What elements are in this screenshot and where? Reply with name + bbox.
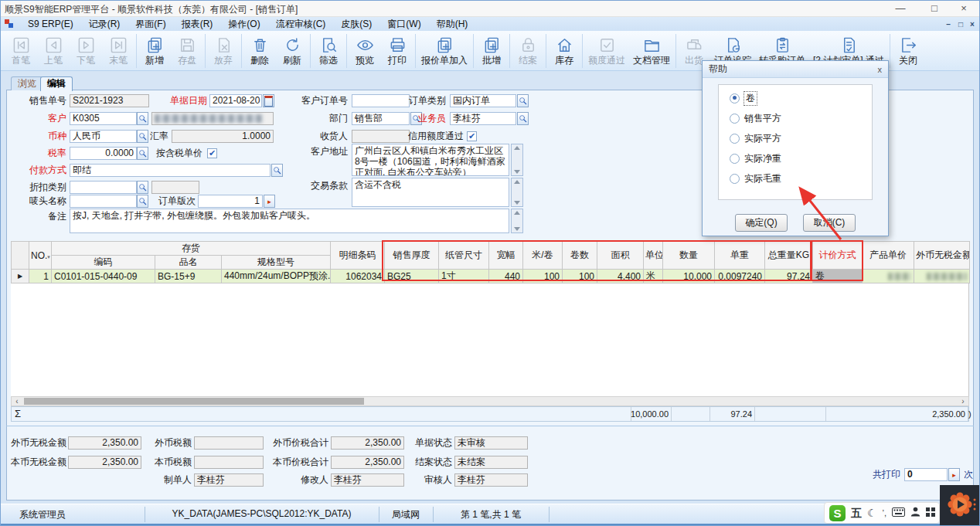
chevron-up-icon[interactable] xyxy=(514,180,520,184)
order-version-field[interactable]: 1 xyxy=(198,195,263,208)
col-header-code[interactable]: 编码 xyxy=(52,256,155,270)
mdi-restore-button[interactable]: □ xyxy=(955,19,966,29)
menu-record[interactable]: 记录(R) xyxy=(81,17,128,31)
mdi-minimize-button[interactable]: – xyxy=(943,19,954,29)
menu-interface[interactable]: 界面(F) xyxy=(128,17,173,31)
chevron-down-icon[interactable] xyxy=(514,170,520,174)
menu-skin[interactable]: 皮肤(S) xyxy=(333,17,379,31)
scroll-right-icon[interactable]: › xyxy=(958,397,968,406)
radio-icon[interactable] xyxy=(730,114,740,124)
chevron-down-icon[interactable] xyxy=(514,201,520,205)
cancel-button[interactable]: 取消(C) xyxy=(803,214,856,232)
calendar-icon[interactable] xyxy=(263,94,274,107)
tax-rate-field[interactable]: 0.0000 xyxy=(70,147,137,160)
credit-passed-checkbox[interactable]: ✔ xyxy=(467,131,477,141)
ime-mode-label[interactable]: 五 xyxy=(851,507,862,518)
remark-field[interactable]: 按J, 天地盒, 打井字带, 外包缠绕膜。外包装加贴客户唛头。 xyxy=(70,209,509,233)
customer-lookup-button[interactable] xyxy=(137,112,148,125)
save-button[interactable]: 存盘 xyxy=(171,32,203,70)
menu-operation[interactable]: 操作(O) xyxy=(220,17,267,31)
preview-button[interactable]: 预览 xyxy=(349,32,381,70)
radio-icon[interactable] xyxy=(730,174,740,184)
cell-unit-weight[interactable]: 0.0097240 xyxy=(715,270,765,283)
discount-lookup-button[interactable] xyxy=(137,181,148,194)
help-dialog-titlebar[interactable]: 帮助 x xyxy=(703,61,888,78)
grid-squares-icon[interactable] xyxy=(926,507,935,519)
first-record-button[interactable]: 首笔 xyxy=(5,32,37,70)
radio-option-gross-weight[interactable]: 实际毛重 xyxy=(730,173,781,184)
menu-workflow[interactable]: 流程审核(C) xyxy=(268,17,334,31)
cell-barcode[interactable]: 1062034 xyxy=(331,270,385,283)
salesman-lookup-button[interactable] xyxy=(517,112,529,125)
col-group-stock[interactable]: 存货 xyxy=(52,242,331,256)
cell-rolls[interactable]: 100 xyxy=(563,270,597,283)
new-button[interactable]: 新增 xyxy=(138,32,171,70)
person-icon[interactable] xyxy=(910,507,920,519)
discount-type-field[interactable] xyxy=(70,181,137,194)
minimize-button[interactable]: — xyxy=(889,1,912,15)
col-header-area[interactable]: 面积 xyxy=(597,242,644,270)
punctuation-mode-icon[interactable]: ’, xyxy=(883,507,887,518)
col-header-name[interactable]: 品名 xyxy=(155,256,222,270)
print-count-field[interactable]: 0 xyxy=(904,468,948,481)
menu-s9erp[interactable]: S9 ERP(E) xyxy=(20,17,81,31)
order-version-spinner[interactable]: ▸ xyxy=(264,195,275,208)
row-pointer-icon[interactable]: ▶ xyxy=(12,270,29,283)
chevron-up-icon[interactable] xyxy=(514,211,520,215)
customer-address-field[interactable]: 广州白云区人和镇白米布秀水工业区8号一楼（106国道，时利和海鲜酒家正对面, 白… xyxy=(352,144,509,176)
radio-option-actual-sqm[interactable]: 实际平方 xyxy=(730,133,781,144)
cell-amount[interactable] xyxy=(914,270,970,283)
cell-code[interactable]: C0101-015-0440-09 xyxy=(52,270,155,283)
radio-icon[interactable] xyxy=(730,134,740,144)
keyboard-icon[interactable] xyxy=(892,507,905,519)
cell-thickness[interactable]: BG25 xyxy=(385,270,439,283)
last-record-button[interactable]: 末笔 xyxy=(102,32,134,70)
mark-lookup-button[interactable] xyxy=(137,195,148,208)
col-header-barcode[interactable]: 明细条码 xyxy=(331,242,385,270)
cell-core[interactable]: 1寸 xyxy=(439,270,489,283)
close-icon[interactable]: x xyxy=(878,65,883,74)
scrollbar-thumb[interactable] xyxy=(24,398,364,405)
mark-name-field[interactable] xyxy=(70,195,137,208)
tax-included-checkbox[interactable]: ✔ xyxy=(207,148,217,158)
radio-icon[interactable] xyxy=(730,93,740,104)
trade-terms-scrollbar[interactable] xyxy=(511,178,523,207)
floating-widget[interactable] xyxy=(940,485,980,526)
address-scrollbar[interactable] xyxy=(511,144,523,176)
radio-option-net-weight[interactable]: 实际净重 xyxy=(730,153,781,164)
customer-code-field[interactable]: K0305 xyxy=(70,112,137,125)
col-header-spec[interactable]: 规格型号 xyxy=(222,256,331,270)
maximize-button[interactable]: □ xyxy=(923,1,946,15)
close-button[interactable]: × xyxy=(952,1,975,15)
cell-pricing-selected[interactable]: 卷 xyxy=(813,270,863,283)
menu-window[interactable]: 窗口(W) xyxy=(379,17,428,31)
radio-option-sales-sqm[interactable]: 销售平方 xyxy=(730,113,781,124)
col-header-thickness[interactable]: 销售厚度 xyxy=(385,242,439,270)
print-button[interactable]: 打印 xyxy=(381,32,413,70)
cell-total-weight[interactable]: 97.24 xyxy=(765,270,813,283)
cell-name[interactable]: BG-15+9 xyxy=(155,270,222,283)
col-header-qty[interactable]: 数量 xyxy=(663,242,715,270)
cell-qty[interactable]: 10,000 xyxy=(663,270,715,283)
order-type-field[interactable]: 国内订单 xyxy=(450,94,516,107)
order-type-lookup-button[interactable] xyxy=(517,94,529,107)
tab-edit[interactable]: 编辑 xyxy=(40,76,73,91)
col-header-price[interactable]: 产品单价 xyxy=(863,242,914,270)
menu-report[interactable]: 报表(R) xyxy=(174,17,221,31)
doc-date-field[interactable]: 2021-08-20 xyxy=(209,94,262,107)
cell-m-per-roll[interactable]: 100 xyxy=(523,270,563,283)
ok-button[interactable]: 确定(Q) xyxy=(735,214,788,232)
ime-logo-icon[interactable]: S xyxy=(829,505,846,521)
grid-horizontal-scrollbar[interactable]: ‹ › xyxy=(11,396,969,406)
payment-lookup-button[interactable] xyxy=(271,164,283,177)
col-header-amount[interactable]: 外币无税金额 xyxy=(914,242,970,270)
document-manage-button[interactable]: 文档管理 xyxy=(629,32,674,70)
cell-price[interactable] xyxy=(863,270,914,283)
col-header-unit[interactable]: 单位 xyxy=(644,242,663,270)
cell-no[interactable]: 1 xyxy=(29,270,52,283)
cell-unit[interactable]: 米 xyxy=(644,270,663,283)
next-record-button[interactable]: 下笔 xyxy=(70,32,102,70)
payment-field[interactable]: 即结 xyxy=(70,164,271,177)
currency-field[interactable]: 人民币 xyxy=(70,130,137,143)
refresh-button[interactable]: 刷新 xyxy=(276,32,308,70)
